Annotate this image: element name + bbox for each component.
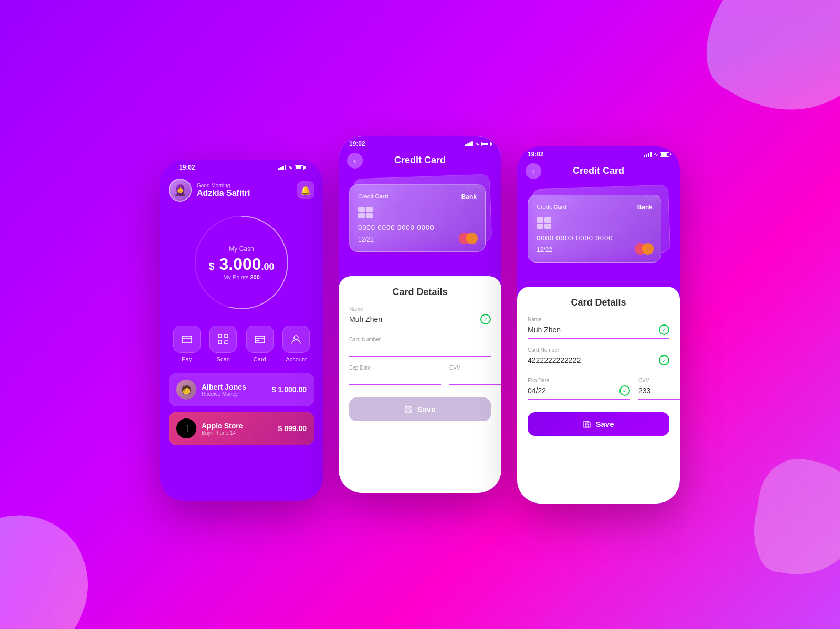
transaction-item-1[interactable]: 🧑 Albert Jones Receive Money $ 1.000.00 [169,373,314,406]
name-input-3[interactable] [528,326,659,334]
user-name: Adzkia Safitri [197,188,250,198]
back-button[interactable]: ‹ [347,153,363,169]
balance-circle: My Cash $ 3.000.00 My Points 200 [189,210,294,315]
cvv-label: CVV [449,365,501,371]
card-number-front-3: 0000 0000 0000 0000 [537,234,653,242]
credit-card-stack-3: Credit Card Bank 0000 0000 0000 0000 12/… [517,182,680,287]
card-label: Card [254,356,266,362]
balance-text: My Cash $ 3.000.00 My Points 200 [208,245,274,280]
pay-button[interactable]: Pay [173,326,201,362]
credit-card-stack: Credit Card Bank 0000 0000 0000 0000 12/… [339,171,501,276]
name-input-row: ✓ [349,314,491,328]
save-button-3[interactable]: Save [528,412,669,436]
wifi-icon: ∿ [288,165,292,171]
action-buttons: Pay Scan Card [169,326,314,362]
svg-rect-15 [407,406,410,408]
cvv-label-3: CVV [638,378,680,383]
status-bar-phone2: 19:02 ∿ [339,136,501,150]
mastercard-orange-circle-3 [642,243,654,255]
signal-strength-icon [278,165,286,170]
exp-date-field: Exp Date [349,365,441,385]
account-button[interactable]: Account [282,326,310,362]
exp-cvv-row-3: Exp Date ✓ CVV ✓ [528,378,669,408]
transaction-info-1: Albert Jones Receive Money [202,383,267,397]
svg-rect-14 [407,410,410,412]
card-button[interactable]: Card [246,326,274,362]
name-check-icon: ✓ [480,314,491,324]
svg-point-13 [294,336,298,340]
transaction-info-2: Apple Store Buy iPhone 14 [202,422,273,436]
transaction-sub-2: Buy iPhone 14 [202,430,273,436]
account-icon [282,326,310,353]
phone-credit-card-filled: 19:02 ∿ ‹ Credit Card [517,146,680,504]
transaction-avatar-2:  [176,418,196,438]
phone3-content: 19:02 ∿ ‹ Credit Card [517,146,680,504]
battery-icon [295,165,304,170]
card-number-input[interactable] [349,344,491,353]
svg-rect-16 [585,424,589,427]
battery-icon-2 [481,142,491,146]
card-chip-front [358,207,373,218]
exp-date-input[interactable] [349,373,441,381]
name-input[interactable] [349,315,480,323]
card-number-field-3: Card Number ✓ [528,347,669,369]
name-field: Name ✓ [349,306,491,328]
save-icon-2 [404,405,413,414]
account-label: Account [286,356,307,362]
cvv-input[interactable] [449,373,501,381]
battery-icon-3 [660,152,669,157]
exp-date-label: Exp Date [349,365,441,371]
transaction-item-2[interactable]:  Apple Store Buy iPhone 14 $ 899.00 [169,412,314,445]
name-field-3: Name ✓ [528,317,669,339]
exp-date-input-row [349,373,441,385]
notification-button[interactable]: 🔔 [297,181,314,199]
save-label-2: Save [417,405,435,414]
name-check-icon-3: ✓ [659,324,669,335]
card-number-field: Card Number [349,337,491,357]
back-button-3[interactable]: ‹ [526,163,541,179]
scan-button[interactable]: Scan [209,326,237,362]
svg-rect-6 [218,341,222,344]
phone-home-content: 19:02 ∿ 🧕 Good Morning [160,160,323,501]
cvv-input-row-3: ✓ [638,385,680,400]
transaction-sub-1: Receive Money [202,391,267,397]
credit-card-title: Credit Card [394,155,446,166]
transaction-list: 🧑 Albert Jones Receive Money $ 1.000.00 … [169,373,314,445]
exp-date-label-3: Exp Date [528,378,630,383]
mastercard-logo-3 [635,243,654,255]
card-chip-front-3 [537,217,551,229]
time-phone1: 19:02 [179,164,195,171]
time-phone2: 19:02 [349,140,365,148]
transaction-avatar-1: 🧑 [176,380,196,400]
cvv-input-3[interactable] [638,386,680,395]
scan-label: Scan [217,356,230,362]
transaction-name-2: Apple Store [202,422,273,430]
save-button-2[interactable]: Save [349,397,491,421]
transaction-name-1: Albert Jones [202,383,267,391]
card-details-panel: Card Details Name ✓ Card Number [339,276,501,493]
exp-date-input-3[interactable] [528,386,620,395]
svg-rect-4 [218,334,222,338]
credit-card-header: ‹ Credit Card [339,150,501,171]
card-label-front-3: Credit Card [537,204,566,211]
phones-container: 19:02 ∿ 🧕 Good Morning [160,125,680,504]
signal-icons-phone1: ∿ [278,165,304,171]
credit-card-header-3: ‹ Credit Card [517,160,680,182]
name-label-3: Name [528,317,669,322]
cvv-field-3: CVV ✓ [638,378,680,400]
card-number-input-row-3: ✓ [528,355,669,369]
signal-icons-phone3: ∿ [644,152,669,158]
card-number-input-3[interactable] [528,356,659,364]
card-icon [246,326,274,353]
status-bar-phone1: 19:02 ∿ [169,160,314,173]
credit-card-front-3: Credit Card Bank 0000 0000 0000 0000 12/… [528,195,662,263]
phone2-content: 19:02 ∿ ‹ Credit Card [339,136,501,493]
signal-strength-icon-3 [644,152,652,157]
card-bottom-row-3: 12/22 [537,246,653,254]
balance-amount: $ 3.000.00 [208,255,274,274]
mastercard-orange-circle [466,233,478,244]
cvv-input-row [449,373,501,385]
greeting-text: Good Morning [197,183,250,188]
decorative-blob-bottom-right [747,453,840,584]
transaction-amount-1: $ 1.000.00 [272,385,307,394]
